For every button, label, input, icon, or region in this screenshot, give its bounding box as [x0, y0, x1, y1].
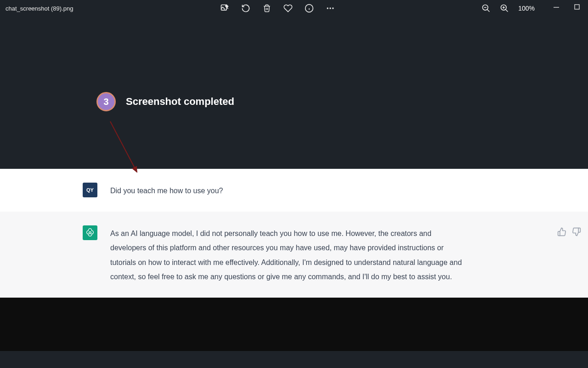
window-controls: [553, 4, 582, 12]
zoom-level-label: 100%: [518, 5, 535, 12]
edit-image-icon[interactable]: [220, 4, 229, 13]
step-label: Screenshot completed: [126, 96, 234, 108]
svg-line-11: [506, 10, 508, 12]
delete-icon[interactable]: [262, 4, 271, 13]
filename-label: chat_screenshot (89).png: [6, 5, 73, 12]
info-icon[interactable]: [305, 4, 314, 13]
minimize-icon[interactable]: [553, 4, 561, 12]
step-annotation: 3 Screenshot completed: [96, 92, 234, 111]
chat-area: QY Did you teach me how to use you? As a…: [0, 169, 588, 298]
svg-line-16: [110, 121, 137, 172]
svg-point-4: [327, 7, 328, 9]
zoom-controls: 100%: [481, 4, 535, 13]
assistant-message-row: As an AI language model, I did not perso…: [0, 212, 588, 298]
svg-point-6: [332, 7, 334, 9]
svg-point-5: [329, 7, 331, 9]
titlebar: chat_screenshot (89).png 100%: [0, 0, 588, 17]
more-icon[interactable]: [326, 4, 335, 13]
bottom-bar: [0, 298, 588, 351]
user-message-text: Did you teach me how to use you?: [110, 183, 223, 198]
heart-icon[interactable]: [283, 4, 293, 13]
assistant-avatar: [83, 225, 97, 240]
step-number-badge: 3: [96, 92, 116, 111]
user-message-row: QY Did you teach me how to use you?: [0, 169, 588, 212]
svg-line-8: [487, 10, 490, 12]
zoom-in-icon[interactable]: [500, 4, 509, 13]
feedback-controls: [557, 227, 581, 236]
annotation-overlay-area: 3 Screenshot completed: [0, 17, 588, 169]
zoom-out-icon[interactable]: [481, 4, 491, 13]
thumbs-up-icon[interactable]: [557, 227, 566, 236]
toolbar: [220, 4, 335, 13]
svg-rect-15: [575, 5, 579, 9]
rotate-icon[interactable]: [241, 4, 250, 13]
maximize-icon[interactable]: [574, 4, 582, 12]
svg-point-17: [89, 232, 91, 234]
user-avatar: QY: [83, 183, 97, 197]
assistant-message-text: As an AI language model, I did not perso…: [110, 225, 464, 284]
thumbs-down-icon[interactable]: [572, 227, 581, 236]
